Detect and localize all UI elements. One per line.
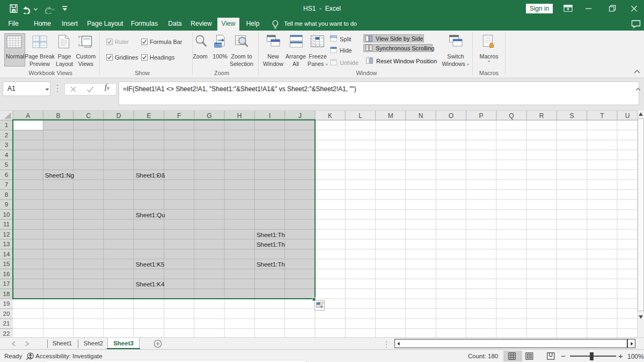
svg-text:9: 9 (5, 201, 8, 208)
svg-text:5: 5 (5, 161, 8, 168)
svg-text:T: T (600, 112, 604, 120)
svg-text:Sheet1:Th: Sheet1:Th (257, 232, 285, 238)
svg-text:Sheet1:Th: Sheet1:Th (257, 241, 285, 248)
svg-text:20: 20 (3, 311, 10, 317)
svg-text:19: 19 (3, 300, 10, 307)
svg-text:Sheet1:Th: Sheet1:Th (257, 261, 285, 268)
svg-text:Sheet1:K4: Sheet1:K4 (136, 281, 165, 287)
svg-text:18: 18 (3, 291, 10, 297)
svg-text:6: 6 (5, 172, 8, 178)
svg-text:7: 7 (5, 181, 8, 188)
svg-text:14: 14 (3, 251, 10, 257)
svg-text:E: E (147, 112, 151, 120)
svg-text:15: 15 (3, 261, 10, 267)
svg-text:2: 2 (5, 132, 8, 138)
svg-text:J: J (298, 112, 302, 120)
svg-text:10: 10 (3, 211, 10, 218)
svg-text:21: 21 (3, 320, 10, 327)
svg-text:U: U (625, 112, 630, 120)
svg-text:M: M (388, 112, 393, 120)
svg-text:F: F (177, 112, 181, 120)
svg-text:Q: Q (509, 112, 514, 120)
svg-text:13: 13 (3, 241, 10, 247)
svg-text:Sheet1:Đã: Sheet1:Đã (136, 172, 165, 179)
svg-text:G: G (207, 112, 211, 120)
svg-text:P: P (479, 112, 484, 120)
svg-text:K: K (328, 112, 332, 120)
svg-text:R: R (539, 112, 544, 120)
svg-text:O: O (449, 112, 453, 120)
svg-text:12: 12 (3, 231, 10, 238)
svg-text:I: I (269, 112, 270, 120)
svg-text:C: C (86, 112, 91, 120)
svg-text:D: D (116, 112, 121, 120)
svg-text:N: N (419, 112, 423, 120)
svg-text:22: 22 (3, 330, 10, 337)
svg-text:B: B (56, 112, 60, 120)
svg-text:11: 11 (3, 221, 10, 227)
svg-text:4: 4 (5, 152, 9, 158)
svg-text:3: 3 (5, 142, 8, 148)
svg-text:Sheet1:Ng: Sheet1:Ng (45, 172, 74, 179)
svg-text:16: 16 (3, 271, 10, 277)
svg-text:17: 17 (3, 280, 10, 287)
svg-text:A: A (26, 112, 30, 120)
svg-text:S: S (570, 112, 574, 120)
svg-text:8: 8 (5, 191, 8, 198)
svg-text:1: 1 (5, 122, 8, 128)
svg-text:Sheet1:K5: Sheet1:K5 (136, 261, 165, 268)
svg-text:H: H (237, 112, 242, 120)
svg-text:Sheet1:Qu: Sheet1:Qu (136, 212, 165, 218)
svg-text:100: 100 (215, 43, 221, 47)
svg-text:L: L (358, 112, 362, 120)
